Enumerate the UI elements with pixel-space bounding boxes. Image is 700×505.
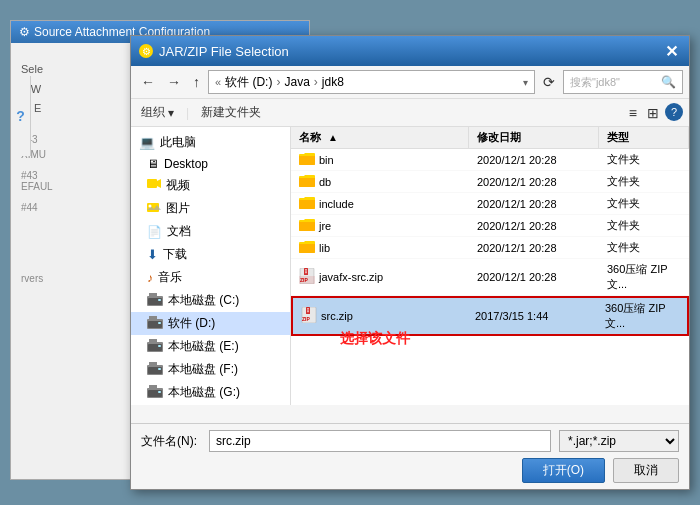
svg-rect-30 — [299, 276, 315, 284]
organize-arrow: ▾ — [168, 106, 174, 120]
file-item-javafx-zip[interactable]: ZIP javafx-src.zip 2020/12/1 20:28 360压缩… — [291, 259, 689, 296]
jre-name: jre — [319, 220, 331, 232]
path-segment-jdk8[interactable]: jdk8 — [322, 75, 344, 89]
sidebar-item-desktop[interactable]: 🖥 Desktop — [131, 154, 290, 174]
src-zip-date: 2017/3/15 1:44 — [467, 309, 597, 323]
bin-name: bin — [319, 154, 334, 166]
svg-point-3 — [149, 205, 152, 208]
content-area: 💻 此电脑 🖥 Desktop 视频 图片 — [131, 127, 689, 405]
search-box[interactable]: 搜索"jdk8" 🔍 — [563, 70, 683, 94]
include-name: include — [319, 198, 354, 210]
sidebar-item-pictures[interactable]: 图片 — [131, 197, 290, 220]
path-arrow: « — [215, 76, 221, 88]
svg-rect-0 — [147, 179, 157, 188]
drive-f-icon — [147, 362, 163, 378]
sidebar-item-drive-g[interactable]: 本地磁盘 (G:) — [131, 381, 290, 404]
organize-label: 组织 — [141, 104, 165, 121]
sidebar-item-music[interactable]: ♪ 音乐 — [131, 266, 290, 289]
up-button[interactable]: ↑ — [189, 72, 204, 92]
jre-type: 文件夹 — [599, 217, 689, 234]
filetype-select[interactable]: *.jar;*.zip — [559, 430, 679, 452]
sidebar-item-drive-d[interactable]: 软件 (D:) — [131, 312, 290, 335]
drive-e-icon — [147, 339, 163, 355]
dialog-gear-icon: ⚙ — [139, 44, 153, 58]
dialog-title: JAR/ZIP File Selection — [159, 44, 289, 59]
downloads-icon: ⬇ — [147, 247, 158, 262]
sidebar-label-docs: 文档 — [167, 223, 191, 240]
docs-icon: 📄 — [147, 225, 162, 239]
sidebar-item-drive-f[interactable]: 本地磁盘 (F:) — [131, 358, 290, 381]
bin-type: 文件夹 — [599, 151, 689, 168]
db-folder-icon — [299, 174, 315, 189]
bin-date: 2020/12/1 20:28 — [469, 153, 599, 167]
organize-button[interactable]: 组织 ▾ — [137, 102, 178, 123]
javafx-zip-date: 2020/12/1 20:28 — [469, 270, 599, 284]
include-date: 2020/12/1 20:28 — [469, 197, 599, 211]
javafx-zip-type: 360压缩 ZIP 文... — [599, 261, 689, 293]
file-item-jre[interactable]: jre 2020/12/1 20:28 文件夹 — [291, 215, 689, 237]
sidebar-label-drive-f: 本地磁盘 (F:) — [168, 361, 238, 378]
src-zip-type: 360压缩 ZIP 文... — [597, 300, 687, 332]
file-item-include[interactable]: include 2020/12/1 20:28 文件夹 — [291, 193, 689, 215]
close-button[interactable]: ✕ — [661, 41, 681, 61]
path-segment-software[interactable]: 软件 (D:) — [225, 74, 272, 91]
sidebar-item-computer[interactable]: 💻 此电脑 — [131, 131, 290, 154]
sidebar-label-computer: 此电脑 — [160, 134, 196, 151]
file-list-header: 名称 ▲ 修改日期 类型 — [291, 127, 689, 149]
svg-rect-27 — [305, 271, 307, 272]
db-type: 文件夹 — [599, 173, 689, 190]
svg-rect-35 — [307, 311, 309, 312]
sidebar-item-drive-e[interactable]: 本地磁盘 (E:) — [131, 335, 290, 358]
svg-rect-23 — [158, 391, 161, 393]
action-row: 打开(O) 取消 — [141, 458, 679, 483]
sidebar-label-drive-g: 本地磁盘 (G:) — [168, 384, 240, 401]
help-button[interactable]: ? — [665, 103, 683, 121]
include-folder-icon — [299, 196, 315, 211]
sidebar-item-videos[interactable]: 视频 — [131, 174, 290, 197]
desktop-icon: 🖥 — [147, 157, 159, 171]
back-button[interactable]: ← — [137, 72, 159, 92]
search-placeholder: 搜索"jdk8" — [570, 75, 620, 90]
forward-button[interactable]: → — [163, 72, 185, 92]
filename-input[interactable] — [209, 430, 551, 452]
col-header-date[interactable]: 修改日期 — [469, 127, 599, 148]
svg-rect-26 — [305, 269, 307, 270]
db-date: 2020/12/1 20:28 — [469, 175, 599, 189]
col-header-name[interactable]: 名称 ▲ — [291, 127, 469, 148]
sidebar-label-pictures: 图片 — [166, 200, 190, 217]
path-dropdown-arrow[interactable]: ▾ — [523, 77, 528, 88]
sidebar-label-music: 音乐 — [158, 269, 182, 286]
svg-rect-14 — [149, 339, 157, 343]
pictures-icon — [147, 201, 161, 216]
dialog-titlebar-left: ⚙ JAR/ZIP File Selection — [139, 44, 289, 59]
path-segment-java[interactable]: Java — [284, 75, 309, 89]
db-name: db — [319, 176, 331, 188]
file-item-db[interactable]: db 2020/12/1 20:28 文件夹 — [291, 171, 689, 193]
file-item-lib[interactable]: lib 2020/12/1 20:28 文件夹 — [291, 237, 689, 259]
drive-d-icon — [147, 316, 163, 332]
svg-rect-34 — [307, 310, 309, 311]
jre-folder-icon — [299, 218, 315, 233]
refresh-button[interactable]: ⟳ — [539, 72, 559, 92]
new-folder-button[interactable]: 新建文件夹 — [197, 102, 265, 123]
drive-g-icon — [147, 385, 163, 401]
file-item-bin[interactable]: bin 2020/12/1 20:28 文件夹 — [291, 149, 689, 171]
file-item-src-zip[interactable]: ZIP src.zip 2017/3/15 1:44 360压缩 ZIP 文..… — [291, 296, 689, 336]
col-header-type[interactable]: 类型 — [599, 127, 689, 148]
sidebar-label-videos: 视频 — [166, 177, 190, 194]
sidebar-item-drive-c[interactable]: 本地磁盘 (C:) — [131, 289, 290, 312]
sidebar-label-drive-e: 本地磁盘 (E:) — [168, 338, 239, 355]
sidebar-label-downloads: 下载 — [163, 246, 187, 263]
sidebar-item-downloads[interactable]: ⬇ 下载 — [131, 243, 290, 266]
lib-type: 文件夹 — [599, 239, 689, 256]
svg-text:ZIP: ZIP — [302, 316, 310, 322]
path-sep-1: › — [276, 75, 280, 89]
open-button[interactable]: 打开(O) — [522, 458, 605, 483]
cancel-button[interactable]: 取消 — [613, 458, 679, 483]
view-grid-button[interactable]: ⊞ — [643, 103, 663, 123]
view-list-button[interactable]: ≡ — [625, 103, 641, 123]
javafx-zip-icon: ZIP — [299, 268, 315, 286]
music-icon: ♪ — [147, 271, 153, 285]
sidebar-item-docs[interactable]: 📄 文档 — [131, 220, 290, 243]
bg-window-icon: ⚙ — [19, 25, 30, 39]
